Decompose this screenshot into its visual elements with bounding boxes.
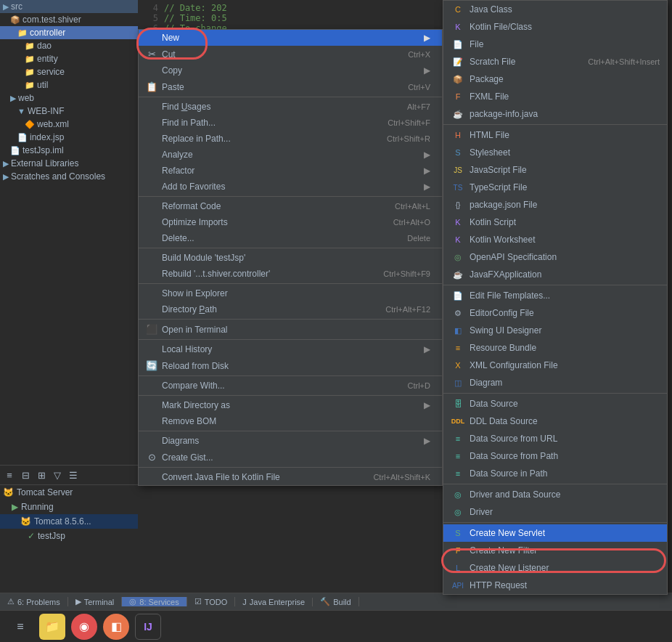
services-tomcat[interactable]: 🐱 Tomcat Server — [0, 485, 138, 500]
menu-item-copy[interactable]: Copy ▶ — [139, 62, 442, 78]
submenu-ts[interactable]: TS TypeScript File — [443, 179, 667, 196]
menu-item-reloadfromdisk[interactable]: 🔄 Reload from Disk — [139, 357, 442, 374]
tree-item-entity[interactable]: 📁 entity — [0, 52, 138, 65]
menu-item-cut[interactable]: ✂ Cut Ctrl+X — [139, 46, 442, 62]
services-btn-filter[interactable]: ▽ — [50, 468, 65, 482]
menu-item-buildmodule[interactable]: Build Module 'testJsp' — [139, 250, 442, 266]
taskbar-btn-intellij[interactable]: IJ — [135, 614, 161, 640]
menu-item-rebuild[interactable]: Rebuild '...t.shiver.controller' Ctrl+Sh… — [139, 266, 442, 282]
submenu-edit-templates[interactable]: 📄 Edit File Templates... — [443, 287, 667, 304]
menu-item-analyze[interactable]: Analyze ▶ — [139, 147, 442, 163]
menu-item-refactor[interactable]: Refactor ▶ — [139, 163, 442, 179]
submenu-xml-config[interactable]: X XML Configuration File — [443, 357, 667, 374]
menu-item-directorypath[interactable]: Directory Path Ctrl+Alt+F12 — [139, 301, 442, 317]
submenu-java-class[interactable]: C Java Class — [443, 1, 667, 18]
tree-item-indexjsp[interactable]: 📄 index.jsp — [0, 131, 138, 144]
html-icon: H — [451, 129, 465, 141]
submenu-scratch-file[interactable]: 📝 Scratch File Ctrl+Alt+Shift+Insert — [443, 53, 667, 70]
submenu-kotlin-class[interactable]: K Kotlin File/Class — [443, 18, 667, 36]
tree-item-com[interactable]: 📦 com.test.shiver — [0, 13, 138, 26]
taskbar-btn-chrome[interactable]: ◉ — [71, 614, 97, 640]
separator-7 — [139, 375, 442, 376]
submenu-javafx[interactable]: ☕ JavaFXApplication — [443, 266, 667, 283]
services-btn-menu[interactable]: ≡ — [2, 468, 17, 482]
menu-item-creategist[interactable]: ⊙ Create Gist... — [139, 449, 442, 466]
tab-problems[interactable]: ⚠ 6: Problems — [0, 597, 68, 606]
todo-icon: ☑ — [194, 597, 202, 606]
tree-item-webinf[interactable]: ▼ WEB-INF — [0, 105, 138, 118]
menu-item-localhistory[interactable]: Local History ▶ — [139, 341, 442, 357]
menu-item-diagrams[interactable]: Diagrams ▶ — [139, 433, 442, 449]
tree-item-extlibs[interactable]: ▶ External Libraries — [0, 157, 138, 170]
tree-item-controller[interactable]: 📁 controller — [0, 26, 138, 39]
taskbar-btn-menu[interactable]: ≡ — [7, 614, 33, 640]
taskbar-btn-files[interactable]: 📁 — [39, 614, 65, 640]
tree-item-testiml[interactable]: 📄 testJsp.iml — [0, 144, 138, 157]
submenu-driver-datasource[interactable]: ◎ Driver and Data Source — [443, 486, 667, 503]
menu-item-markdirectoryas[interactable]: Mark Directory as ▶ — [139, 397, 442, 413]
services-tomcat-instance[interactable]: 🐱 Tomcat 8.5.6... — [0, 514, 138, 529]
submenu-source-path[interactable]: ≡ Data Source from Path — [443, 447, 667, 465]
submenu-openapi[interactable]: ◎ OpenAPI Specification — [443, 248, 667, 266]
services-running[interactable]: ▶ Running — [0, 500, 138, 514]
services-btn-collapse[interactable]: ⊟ — [18, 468, 33, 482]
menu-item-convertjava[interactable]: Convert Java File to Kotlin File Ctrl+Al… — [139, 469, 442, 485]
menu-item-paste[interactable]: 📋 Paste Ctrl+V — [139, 78, 442, 95]
kotlin-class-icon: K — [451, 21, 465, 33]
services-testjsp[interactable]: ✓ testJsp — [0, 529, 138, 543]
submenu-driver[interactable]: ◎ Driver — [443, 503, 667, 521]
testjsp-icon: ✓ — [28, 531, 35, 541]
tree-item-service[interactable]: 📁 service — [0, 65, 138, 78]
submenu-packagejson[interactable]: {} package.json File — [443, 196, 667, 214]
tree-item-src[interactable]: ▶ src — [0, 0, 138, 13]
menu-item-comparewith[interactable]: Compare With... Ctrl+D — [139, 378, 442, 394]
data-source-icon: 🗄 — [451, 398, 465, 410]
submenu-package[interactable]: 📦 Package — [443, 70, 667, 88]
submenu-package-info[interactable]: ☕ package-info.java — [443, 105, 667, 123]
taskbar-btn-app[interactable]: ◧ — [103, 614, 129, 640]
menu-item-openinterminal[interactable]: ⬛ Open in Terminal — [139, 321, 442, 338]
submenu-source-in-path[interactable]: ≡ Data Source in Path — [443, 465, 667, 482]
tab-java-enterprise[interactable]: J Java Enterprise — [235, 598, 313, 606]
tab-todo[interactable]: ☑ TODO — [187, 597, 236, 606]
submenu-create-servlet[interactable]: S Create New Servlet — [443, 524, 667, 542]
submenu-html[interactable]: H HTML File — [443, 126, 667, 144]
submenu-create-listener[interactable]: L Create New Listener — [443, 559, 667, 577]
submenu-fxml[interactable]: F FXML File — [443, 88, 667, 105]
services-btn-expand[interactable]: ⊞ — [34, 468, 49, 482]
submenu-kotlin-worksheet[interactable]: K Kotlin Worksheet — [443, 231, 667, 248]
menu-item-new[interactable]: New ▶ — [139, 30, 442, 46]
submenu-js[interactable]: JS JavaScript File — [443, 161, 667, 179]
submenu-editorconfig[interactable]: ⚙ EditorConfig File — [443, 304, 667, 322]
menu-item-findinpath[interactable]: Find in Path... Ctrl+Shift+F — [139, 115, 442, 131]
menu-item-findusages[interactable]: Find Usages Alt+F7 — [139, 99, 442, 115]
submenu-kotlin-script[interactable]: K Kotlin Script — [443, 214, 667, 231]
submenu-create-filter[interactable]: F Create New Filter — [443, 542, 667, 559]
tab-terminal[interactable]: ▶ Terminal — [68, 597, 123, 606]
submenu-source-url[interactable]: ≡ Data Source from URL — [443, 430, 667, 447]
menu-item-removebom[interactable]: Remove BOM — [139, 413, 442, 429]
tree-item-webxml[interactable]: 🔶 web.xml — [0, 118, 138, 131]
tab-build[interactable]: 🔨 Build — [313, 597, 358, 606]
menu-item-delete[interactable]: Delete... Delete — [139, 230, 442, 246]
tree-item-util[interactable]: 📁 util — [0, 78, 138, 92]
submenu-file[interactable]: 📄 File — [443, 36, 667, 53]
menu-item-reformatcode[interactable]: Reformat Code Ctrl+Alt+L — [139, 198, 442, 214]
tree-item-dao[interactable]: 📁 dao — [0, 39, 138, 52]
submenu-http-request[interactable]: API HTTP Request — [443, 577, 667, 594]
submenu-sep-4 — [443, 484, 667, 484]
tree-item-web[interactable]: ▶ web — [0, 92, 138, 105]
submenu-ddl-source[interactable]: DDL DDL Data Source — [443, 413, 667, 430]
submenu-resource-bundle[interactable]: ≡ Resource Bundle — [443, 339, 667, 357]
tab-services[interactable]: ◎ 8: Services — [122, 597, 187, 606]
menu-item-showinexplorer[interactable]: Show in Explorer — [139, 285, 442, 301]
submenu-stylesheet[interactable]: S Stylesheet — [443, 144, 667, 161]
tree-item-scratches[interactable]: ▶ Scratches and Consoles — [0, 170, 138, 183]
submenu-diagram[interactable]: ◫ Diagram — [443, 374, 667, 391]
submenu-swing-designer[interactable]: ◧ Swing UI Designer — [443, 322, 667, 339]
services-btn-settings[interactable]: ☰ — [66, 468, 81, 482]
menu-item-optimizeimports[interactable]: Optimize Imports Ctrl+Alt+O — [139, 214, 442, 230]
menu-item-replaceinpath[interactable]: Replace in Path... Ctrl+Shift+R — [139, 131, 442, 147]
submenu-data-source[interactable]: 🗄 Data Source — [443, 395, 667, 413]
menu-item-addtofavorites[interactable]: Add to Favorites ▶ — [139, 179, 442, 195]
